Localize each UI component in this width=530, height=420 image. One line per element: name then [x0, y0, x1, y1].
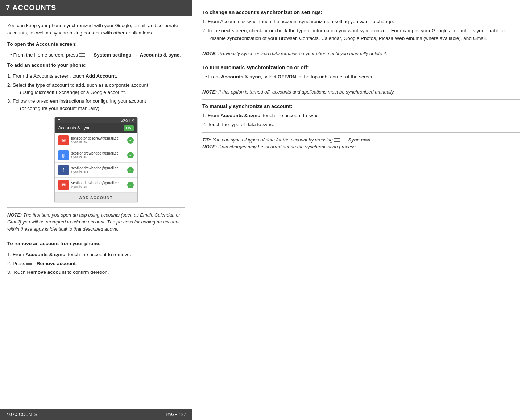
chapter-header: 7 ACCOUNTS: [0, 0, 192, 16]
manual-step-1: 1. From Accounts & sync, touch the accou…: [202, 112, 520, 120]
footer-left: 7.0 ACCOUNTS: [6, 412, 37, 417]
account-info-2: scotliondrewbridge@gmail.cc Sync is ON: [71, 151, 124, 159]
account-email-4: scotliondrewbridge@gmail.cc: [71, 181, 124, 185]
signal-icon: ▼ ☰: [58, 118, 65, 122]
sync-check-2: ✓: [127, 152, 134, 158]
note3-text: If this option is turned off, accounts a…: [217, 89, 394, 95]
auto-sync-heading: To turn automatic synchronization on or …: [202, 65, 520, 70]
add-step-1: 1. From the Accounts screen, touch Add A…: [7, 73, 185, 80]
phone-app-title: Accounts & sync: [58, 125, 91, 131]
change-step-2: 2. In the next screen, check or uncheck …: [202, 27, 520, 42]
sync-check-1: ✓: [127, 137, 134, 144]
account-email-1: lionscotbridgedrew@gmail.cc: [71, 136, 124, 140]
phone-status-bar: ▼ ☰ 6:45 PM: [55, 117, 137, 123]
account-sync-1: Sync is ON: [71, 140, 124, 144]
arrow-icon: →: [87, 52, 92, 58]
manual-sync-heading: To manually synchronize an account:: [202, 103, 520, 109]
manual-sync-list: 1. From Accounts & sync, touch the accou…: [202, 112, 520, 129]
sync-check-3: ✓: [127, 167, 134, 173]
footer-right: PAGE : 27: [166, 412, 186, 417]
account-row-1: ✉ lionscotbridgedrew@gmail.cc Sync is ON…: [55, 133, 137, 148]
account-info-3: scotliondrewbridge@gmail.cc Sync is OFF: [71, 166, 124, 174]
note-block-1: NOTE: The first time you open an app usi…: [7, 207, 185, 237]
account-row-2: g scotliondrewbridge@gmail.cc Sync is ON…: [55, 148, 137, 163]
phone-app-header: Accounts & sync ON: [55, 123, 137, 133]
note1-label: NOTE:: [7, 212, 22, 218]
note4-label: NOTE:: [202, 144, 217, 149]
google-icon: g: [58, 150, 69, 160]
on-badge: ON: [124, 125, 134, 131]
account-sync-4: Sync is ON: [71, 185, 124, 189]
chapter-title: 7 ACCOUNTS: [6, 4, 56, 12]
left-content-area: You can keep your phone synchronized wit…: [0, 16, 192, 409]
add-account-heading: To add an account to your phone:: [7, 62, 185, 69]
change-sync-heading: To change an account's synchronization s…: [202, 9, 520, 15]
remove-step-3: 3. Touch Remove account to confirm delet…: [7, 269, 185, 276]
note2-label: NOTE:: [202, 51, 217, 56]
page-footer: 7.0 ACCOUNTS PAGE : 27: [0, 409, 192, 420]
accounts-list: ✉ lionscotbridgedrew@gmail.cc Sync is ON…: [55, 133, 137, 193]
menu-icon-tip: [334, 138, 340, 142]
remove-step-1: 1. From Accounts & sync, touch the accou…: [7, 251, 185, 258]
change-sync-section: To change an account's synchronization s…: [202, 9, 520, 42]
account-email-3: scotliondrewbridge@gmail.cc: [71, 166, 124, 170]
open-screen-bullet: From the Home screen, press → System set…: [7, 52, 185, 59]
note1-text: The first time you open an app using acc…: [7, 212, 180, 232]
note2-text: Previously synchronized data remains on …: [217, 51, 387, 56]
tip-label: TIP:: [202, 137, 211, 143]
right-column: To change an account's synchronization s…: [192, 0, 530, 420]
account-sync-3: Sync is OFF: [71, 170, 124, 174]
sync-check-4: ✓: [127, 182, 134, 188]
remove-step-2: 2. Press → Remove account.: [7, 260, 185, 267]
menu-icon: [79, 53, 85, 57]
auto-sync-section: To turn automatic synchronization on or …: [202, 65, 520, 81]
menu-icon-2: [26, 262, 32, 265]
add-account-button[interactable]: ADD ACCOUNT: [55, 193, 137, 203]
arrow-icon-tip: →: [342, 137, 346, 143]
account-row-4: ✉ scotliondrewbridge@gmail.cc Sync is ON…: [55, 178, 137, 193]
note-block-3: NOTE: If this option is turned off, acco…: [202, 85, 520, 100]
note4-text: Data charges may be incurred during the …: [217, 144, 357, 149]
page: 7 ACCOUNTS You can keep your phone synch…: [0, 0, 530, 420]
open-screen-heading: To open the Accounts screen:: [7, 41, 185, 48]
account-sync-2: Sync is ON: [71, 155, 124, 159]
note3-label: NOTE:: [202, 89, 217, 95]
tip-sync-now: Sync now: [348, 137, 370, 143]
manual-step-2: 2. Touch the type of data to sync.: [202, 121, 520, 129]
arrow-icon-2: →: [133, 52, 138, 58]
account-email-2: scotliondrewbridge@gmail.cc: [71, 151, 124, 155]
left-column: 7 ACCOUNTS You can keep your phone synch…: [0, 0, 192, 420]
account-info-4: scotliondrewbridge@gmail.cc Sync is ON: [71, 181, 124, 189]
add-step-2: 2. Select the type of account to add, su…: [7, 82, 185, 96]
remove-account-list: 1. From Accounts & sync, touch the accou…: [7, 251, 185, 276]
remove-account-heading: To remove an account from your phone:: [7, 240, 185, 247]
change-sync-list: 1. From Accounts & sync, touch the accou…: [202, 18, 520, 42]
facebook-icon: f: [58, 165, 69, 175]
add-step-3: 3. Follow the on-screen instructions for…: [7, 98, 185, 112]
auto-sync-bullet: From Accounts & sync, select OFF/ON in t…: [202, 73, 520, 81]
account-row-3: f scotliondrewbridge@gmail.cc Sync is OF…: [55, 163, 137, 178]
account-info-1: lionscotbridgedrew@gmail.cc Sync is ON: [71, 136, 124, 144]
gmail-icon-1: ✉: [58, 135, 69, 145]
tip-text: You can sync all types of data for the a…: [212, 137, 333, 143]
gmail-icon-2: ✉: [58, 180, 69, 190]
tip-block: TIP: You can sync all types of data for …: [202, 132, 520, 154]
intro-text: You can keep your phone synchronized wit…: [7, 22, 185, 37]
phone-time: 6:45 PM: [121, 118, 134, 122]
phone-screenshot: ▼ ☰ 6:45 PM Accounts & sync ON ✉ lionsco…: [54, 117, 138, 203]
note-block-2: NOTE: Previously synchronized data remai…: [202, 46, 520, 61]
manual-sync-section: To manually synchronize an account: 1. F…: [202, 103, 520, 129]
change-step-1: 1. From Accounts & sync, touch the accou…: [202, 18, 520, 26]
add-account-list: 1. From the Accounts screen, touch Add A…: [7, 73, 185, 112]
